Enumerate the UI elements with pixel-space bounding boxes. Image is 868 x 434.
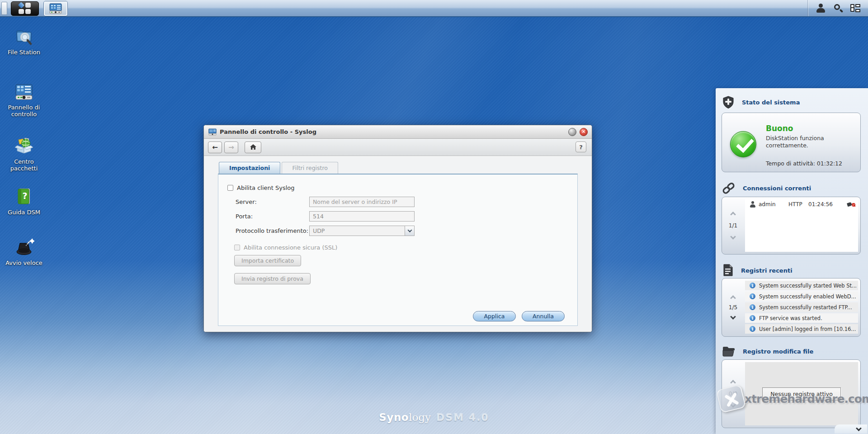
desktop-icon-quick-start[interactable]: Avvio veloce xyxy=(2,237,46,266)
taskbar-item-control-panel[interactable] xyxy=(44,1,67,16)
page-up-icon[interactable] xyxy=(730,212,736,217)
recent-logs-card: 1/5 iSystem successfully started Web St.… xyxy=(722,278,861,337)
page-indicator: 0/0 xyxy=(729,391,737,397)
apply-button[interactable]: Applica xyxy=(473,311,516,321)
widget-title: Registro modifica file xyxy=(743,348,813,355)
connections-list: admin HTTP 01:24:56 xyxy=(745,199,858,252)
page-down-icon[interactable] xyxy=(730,234,736,240)
control-panel-mini-icon xyxy=(49,3,62,14)
tab-settings[interactable]: Impostazioni xyxy=(219,162,280,174)
main-menu-grid-icon xyxy=(19,3,31,14)
window-titlebar[interactable]: Pannello di controllo - Syslog ✕ xyxy=(204,125,592,139)
chevron-down-icon[interactable] xyxy=(405,226,414,236)
log-row[interactable]: iFTP service was started. xyxy=(745,313,858,323)
home-button[interactable] xyxy=(245,142,261,153)
package-center-icon xyxy=(14,136,34,156)
ssl-label: Abilita connessione sicura (SSL) xyxy=(244,244,337,251)
window-title: Pannello di controllo - Syslog xyxy=(220,128,316,135)
page-down-icon[interactable] xyxy=(730,314,736,320)
search-icon[interactable] xyxy=(833,4,843,13)
svg-text:?: ? xyxy=(22,191,27,201)
protocol-label: Protocollo trasferimento: xyxy=(236,227,309,234)
user-account-icon[interactable] xyxy=(816,4,826,13)
document-icon xyxy=(722,264,734,277)
info-icon: i xyxy=(750,326,755,332)
help-button[interactable]: ? xyxy=(576,142,586,152)
home-icon xyxy=(250,144,256,150)
window-title-icon xyxy=(208,128,217,136)
back-button[interactable]: ← xyxy=(208,142,222,153)
quick-start-icon xyxy=(14,237,34,258)
widget-title: Connessioni correnti xyxy=(743,185,811,192)
connection-user: admin xyxy=(759,201,788,208)
ssl-checkbox xyxy=(234,245,240,250)
logs-pagination: 1/5 xyxy=(722,278,744,336)
user-icon xyxy=(750,201,756,208)
page-up-icon xyxy=(730,380,736,386)
cancel-button[interactable]: Annulla xyxy=(522,311,565,321)
taskbar xyxy=(0,0,868,17)
enable-syslog-checkbox[interactable] xyxy=(227,185,233,191)
connection-row[interactable]: admin HTTP 01:24:56 xyxy=(745,199,858,209)
desktop-icon-label: Pannello di controllo xyxy=(2,104,46,118)
disconnect-icon[interactable] xyxy=(847,201,855,208)
page-up-icon[interactable] xyxy=(730,295,736,301)
tab-log-filters[interactable]: Filtri registro xyxy=(282,162,338,174)
system-status-value: Buono xyxy=(766,124,793,133)
connection-protocol: HTTP xyxy=(788,201,808,208)
no-active-log-label: Nessun registro attivo xyxy=(762,387,841,401)
info-icon: i xyxy=(750,315,755,321)
page-down-icon xyxy=(730,402,736,408)
desktop-icon-file-station[interactable]: File Station xyxy=(2,26,46,56)
file-log-empty-area: Nessun registro attivo xyxy=(745,362,858,425)
minimize-button[interactable] xyxy=(568,128,576,136)
desktop-icon-label: Centro pacchetti xyxy=(2,158,46,172)
port-input[interactable] xyxy=(309,211,415,222)
log-list: iSystem successfully started Web St... i… xyxy=(745,281,858,334)
desktop-icon-label: Avvio veloce xyxy=(2,259,46,266)
info-icon: i xyxy=(750,293,755,299)
file-log-pagination: 0/0 xyxy=(722,360,744,428)
file-station-icon xyxy=(14,26,34,47)
link-icon xyxy=(722,181,736,195)
brand-version: DSM 4.0 xyxy=(436,412,489,423)
log-row[interactable]: iSystem successfully enabled WebD... xyxy=(745,292,858,301)
protocol-select[interactable]: UDP xyxy=(309,226,415,236)
file-change-log-header: Registro modifica file xyxy=(722,345,813,358)
window-toolbar: ← → ? xyxy=(204,139,592,156)
widget-panel-collapse-button[interactable] xyxy=(835,425,867,434)
recent-logs-header: Registri recenti xyxy=(722,264,793,277)
main-menu-button[interactable] xyxy=(11,1,39,16)
log-text: System successfully enabled WebD... xyxy=(759,293,856,300)
close-button[interactable]: ✕ xyxy=(580,128,588,136)
log-row[interactable]: iSystem successfully started Web St... xyxy=(745,281,858,290)
control-panel-icon xyxy=(14,81,34,102)
send-test-log-button: Invia registro di prova xyxy=(234,273,311,284)
show-desktop-button[interactable] xyxy=(1,2,7,15)
folder-icon xyxy=(722,345,736,358)
log-text: System successfully restarted FTP... xyxy=(759,304,852,311)
brand-bold: Syno xyxy=(379,411,409,423)
chevron-down-icon xyxy=(856,425,862,431)
server-input[interactable] xyxy=(309,197,415,207)
widget-title: Registri recenti xyxy=(741,267,793,274)
widget-title: Stato del sistema xyxy=(742,99,800,106)
desktop-icon-package-center[interactable]: Centro pacchetti xyxy=(2,136,46,172)
desktop-icon-dsm-help[interactable]: ? Guida DSM xyxy=(2,186,46,216)
desktop-icon-label: Guida DSM xyxy=(2,209,46,216)
window-content: Impostazioni Filtri registro Abilita cli… xyxy=(204,156,592,332)
port-label: Porta: xyxy=(236,213,309,220)
log-text: System successfully started Web St... xyxy=(759,283,857,289)
log-row[interactable]: iSystem successfully restarted FTP... xyxy=(745,302,858,312)
connections-pagination: 1/1 xyxy=(722,197,744,254)
forward-button: → xyxy=(224,142,238,153)
system-status-card: Buono DiskStation funziona correttamente… xyxy=(722,113,861,172)
server-label: Server: xyxy=(236,198,309,205)
shield-icon xyxy=(722,95,735,109)
pilot-view-icon[interactable] xyxy=(850,4,860,13)
connections-header: Connessioni correnti xyxy=(722,181,811,195)
log-row[interactable]: iUser [admin] logged in from [10.16... xyxy=(745,324,858,334)
import-certificate-button: Importa certificato xyxy=(234,255,301,266)
desktop-icon-control-panel[interactable]: Pannello di controllo xyxy=(2,81,46,118)
tab-bar: Impostazioni Filtri registro xyxy=(219,162,592,174)
